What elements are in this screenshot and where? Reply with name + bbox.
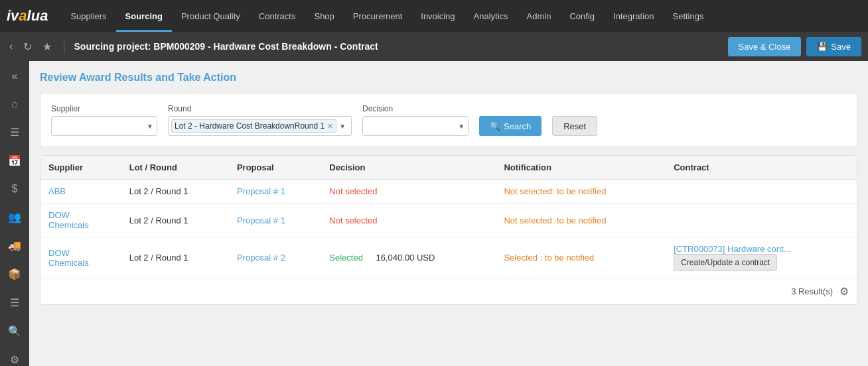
sidebar-collapse-icon[interactable]: « <box>3 66 27 86</box>
cell-notification: Selected : to be notified <box>496 237 666 278</box>
nav-analytics[interactable]: Analytics <box>465 0 518 32</box>
cell-notification: Not selected: to be notified <box>496 180 666 204</box>
notification-value: Not selected: to be notified <box>504 215 606 225</box>
nav-contracts[interactable]: Contracts <box>250 0 305 32</box>
search-label: Search <box>504 121 531 131</box>
sidebar-settings-icon[interactable]: ⚙ <box>3 349 27 366</box>
nav-suppliers[interactable]: Suppliers <box>61 0 115 32</box>
nav-items: Suppliers Sourcing Product Quality Contr… <box>61 0 713 32</box>
supplier-select[interactable] <box>51 116 157 136</box>
supplier-link[interactable]: ABB <box>48 186 66 196</box>
cell-contract <box>666 180 857 204</box>
col-contract: Contract <box>666 156 857 180</box>
cell-lot-round: Lot 2 / Round 1 <box>121 204 229 237</box>
cell-decision: Selected 16,040.00 USD <box>321 237 496 278</box>
contract-link[interactable]: [CTR000073] Hardware cont... <box>674 244 790 254</box>
sub-header: ‹ ↻ ★ | Sourcing project: BPM000209 - Ha… <box>0 32 868 61</box>
table-row: ABB Lot 2 / Round 1 Proposal # 1 Not sel… <box>40 180 857 204</box>
cell-supplier: DOWChemicals <box>40 204 121 237</box>
sidebar-doc-icon[interactable]: ☰ <box>3 122 27 143</box>
decision-cell: Selected 16,040.00 USD <box>329 253 488 263</box>
round-chip: Lot 2 - Hardware Cost BreakdownRound 1 ✕ <box>171 119 336 133</box>
nav-procurement[interactable]: Procurement <box>344 0 411 32</box>
proposal-link[interactable]: Proposal # 1 <box>237 186 285 196</box>
sub-header-nav: ‹ ↻ ★ | Sourcing project: BPM000209 - Ha… <box>7 38 378 56</box>
sidebar-inbox-icon[interactable]: 📦 <box>3 264 27 284</box>
results-table: Supplier Lot / Round Proposal Decision N… <box>40 156 857 278</box>
sidebar-calendar-icon[interactable]: 📅 <box>3 151 27 171</box>
cell-decision: Not selected <box>321 180 496 204</box>
decision-label: Decision <box>362 104 469 113</box>
divider: | <box>62 39 66 54</box>
nav-invoicing[interactable]: Invoicing <box>411 0 464 32</box>
notification-value: Selected : to be notified <box>504 253 594 263</box>
supplier-label: Supplier <box>51 104 157 113</box>
star-icon[interactable]: ★ <box>40 38 54 56</box>
layout: « ⌂ ☰ 📅 $ 👥 🚚 📦 ☰ 🔍 ⚙ 🏆 Review Award Res… <box>0 61 868 366</box>
table-row: DOWChemicals Lot 2 / Round 1 Proposal # … <box>40 237 857 278</box>
sidebar-people-icon[interactable]: 👥 <box>3 207 27 227</box>
amount-value: 16,040.00 USD <box>376 253 435 263</box>
supplier-select-wrapper: ▼ <box>51 116 157 136</box>
col-supplier: Supplier <box>40 156 121 180</box>
nav-integration[interactable]: Integration <box>604 0 663 32</box>
sidebar-home-icon[interactable]: ⌂ <box>3 94 27 114</box>
search-icon: 🔍 <box>490 121 500 131</box>
filter-row: Supplier ▼ Round Lot 2 - Hardware Cost B… <box>51 104 846 136</box>
search-button[interactable]: 🔍 Search <box>479 116 542 136</box>
supplier-link[interactable]: DOWChemicals <box>48 248 89 268</box>
back-icon[interactable]: ‹ <box>7 38 15 55</box>
sidebar-truck-icon[interactable]: 🚚 <box>3 235 27 256</box>
page-title: Sourcing project: BPM000209 - Hardware C… <box>74 41 378 52</box>
decision-filter-group: Decision ▼ <box>362 104 469 136</box>
results-count: 3 Result(s) <box>791 286 833 296</box>
settings-gear-icon[interactable]: ⚙ <box>839 285 849 298</box>
reset-button[interactable]: Reset <box>552 116 597 136</box>
save-disk-icon: 💾 <box>817 42 828 52</box>
table-header-row: Supplier Lot / Round Proposal Decision N… <box>40 156 857 180</box>
save-button[interactable]: 💾 Save <box>806 37 861 56</box>
nav-config[interactable]: Config <box>560 0 604 32</box>
table-header: Supplier Lot / Round Proposal Decision N… <box>40 156 857 180</box>
table-body: ABB Lot 2 / Round 1 Proposal # 1 Not sel… <box>40 180 857 278</box>
cell-supplier: DOWChemicals <box>40 237 121 278</box>
supplier-link[interactable]: DOWChemicals <box>48 210 89 230</box>
sidebar-dollar-icon[interactable]: $ <box>3 179 27 199</box>
decision-value: Not selected <box>329 186 377 196</box>
round-chip-text: Lot 2 - Hardware Cost BreakdownRound 1 <box>175 121 325 131</box>
cell-contract <box>666 204 857 237</box>
round-chip-close-icon[interactable]: ✕ <box>327 122 333 131</box>
save-close-button[interactable]: Save & Close <box>728 37 802 56</box>
contract-cell: [CTR000073] Hardware cont... Create/Upda… <box>674 244 849 271</box>
results-panel: Supplier Lot / Round Proposal Decision N… <box>40 155 857 305</box>
decision-value: Selected <box>329 253 363 263</box>
cell-lot-round: Lot 2 / Round 1 <box>121 237 229 278</box>
nav-shop[interactable]: Shop <box>305 0 343 32</box>
main-content: Review Award Results and Take Action Sup… <box>29 61 868 366</box>
round-field[interactable]: Lot 2 - Hardware Cost BreakdownRound 1 ✕… <box>168 116 352 136</box>
nav-product-quality[interactable]: Product Quality <box>172 0 250 32</box>
cell-contract: [CTR000073] Hardware cont... Create/Upda… <box>666 237 857 278</box>
cell-decision: Not selected <box>321 204 496 237</box>
results-footer: 3 Result(s) ⚙ <box>40 278 857 304</box>
sidebar-layers-icon[interactable]: ☰ <box>3 292 27 313</box>
nav-settings[interactable]: Settings <box>663 0 713 32</box>
round-chevron-icon: ▼ <box>336 123 348 130</box>
supplier-filter-group: Supplier ▼ <box>51 104 157 136</box>
sidebar: « ⌂ ☰ 📅 $ 👥 🚚 📦 ☰ 🔍 ⚙ 🏆 <box>0 61 29 366</box>
nav-sourcing[interactable]: Sourcing <box>116 0 172 32</box>
nav-admin[interactable]: Admin <box>518 0 561 32</box>
proposal-link[interactable]: Proposal # 2 <box>237 253 285 263</box>
cell-proposal: Proposal # 1 <box>229 204 321 237</box>
history-icon[interactable]: ↻ <box>21 38 35 56</box>
round-label: Round <box>168 104 352 113</box>
filter-panel: Supplier ▼ Round Lot 2 - Hardware Cost B… <box>40 93 857 147</box>
cell-proposal: Proposal # 1 <box>229 180 321 204</box>
col-decision: Decision <box>321 156 496 180</box>
table-row: DOWChemicals Lot 2 / Round 1 Proposal # … <box>40 204 857 237</box>
create-update-contract-button[interactable]: Create/Update a contract <box>674 254 777 271</box>
sidebar-search-icon[interactable]: 🔍 <box>3 321 27 341</box>
decision-select[interactable] <box>362 116 469 136</box>
proposal-link[interactable]: Proposal # 1 <box>237 215 285 225</box>
top-nav: ivalua Suppliers Sourcing Product Qualit… <box>0 0 868 32</box>
